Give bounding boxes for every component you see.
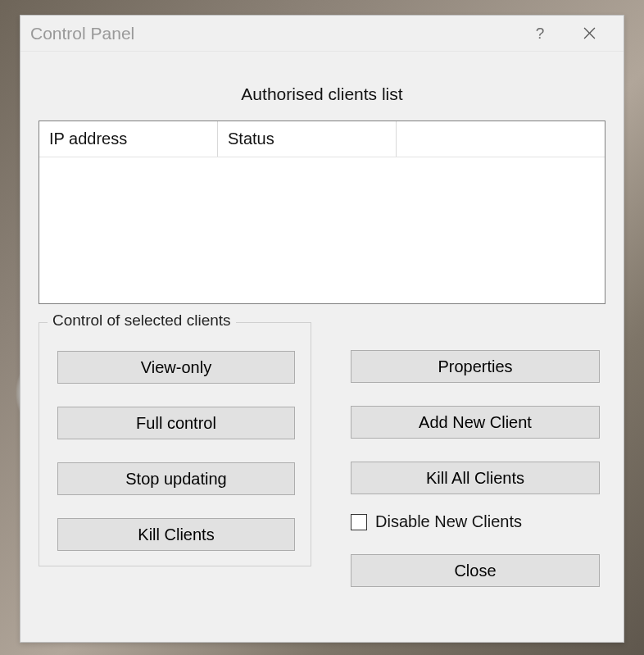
close-button[interactable]: Close bbox=[351, 554, 600, 587]
control-groupbox: Control of selected clients View-only Fu… bbox=[39, 322, 311, 566]
kill-clients-button[interactable]: Kill Clients bbox=[57, 518, 295, 551]
close-window-button[interactable] bbox=[573, 17, 605, 50]
stop-updating-button[interactable]: Stop updating bbox=[57, 462, 295, 495]
add-new-client-button[interactable]: Add New Client bbox=[351, 406, 600, 439]
titlebar-buttons: ? bbox=[524, 17, 624, 50]
column-status[interactable]: Status bbox=[218, 121, 397, 157]
help-icon: ? bbox=[536, 25, 545, 43]
column-empty[interactable] bbox=[397, 121, 605, 157]
help-button[interactable]: ? bbox=[524, 17, 556, 50]
full-control-button[interactable]: Full control bbox=[57, 407, 295, 439]
window-title: Control Panel bbox=[30, 24, 524, 43]
properties-button[interactable]: Properties bbox=[351, 350, 600, 383]
clients-listview[interactable]: IP address Status bbox=[39, 121, 605, 304]
view-only-button[interactable]: View-only bbox=[57, 351, 295, 384]
kill-all-clients-button[interactable]: Kill All Clients bbox=[351, 462, 600, 494]
dialog-content: Authorised clients list IP address Statu… bbox=[20, 52, 624, 642]
listview-header: IP address Status bbox=[39, 121, 605, 157]
lower-panel: Control of selected clients View-only Fu… bbox=[39, 322, 605, 587]
disable-new-clients-label: Disable New Clients bbox=[375, 512, 522, 531]
right-column: Properties Add New Client Kill All Clien… bbox=[351, 322, 605, 587]
column-ip-address[interactable]: IP address bbox=[39, 121, 218, 157]
disable-new-clients-row[interactable]: Disable New Clients bbox=[351, 512, 605, 531]
disable-new-clients-checkbox[interactable] bbox=[351, 514, 367, 530]
section-title: Authorised clients list bbox=[39, 84, 605, 104]
close-icon bbox=[583, 27, 596, 39]
titlebar: Control Panel ? bbox=[20, 16, 624, 52]
groupbox-legend: Control of selected clients bbox=[48, 312, 236, 330]
control-panel-dialog: Control Panel ? Authorised clients list … bbox=[20, 15, 624, 643]
